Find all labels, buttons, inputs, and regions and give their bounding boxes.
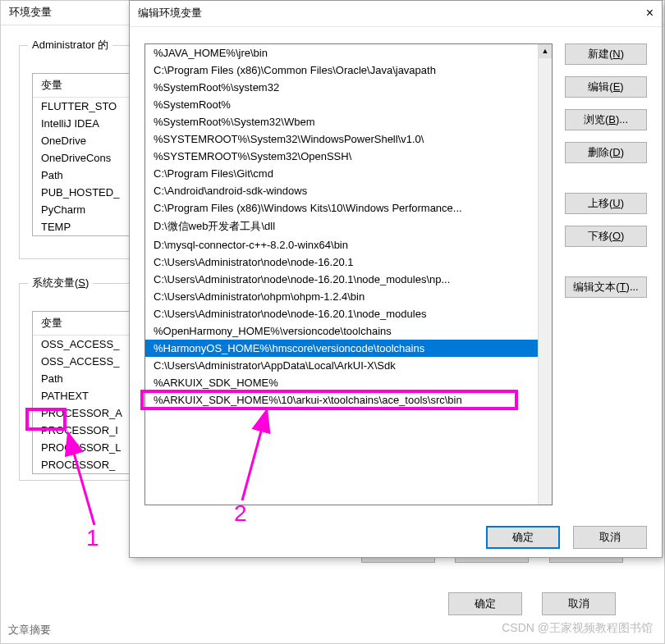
- path-list[interactable]: %JAVA_HOME%\jre\binC:\Program Files (x86…: [144, 43, 553, 505]
- edit-button[interactable]: 编辑(E): [565, 76, 647, 98]
- move-down-button[interactable]: 下移(O): [565, 226, 647, 247]
- close-icon[interactable]: ×: [646, 6, 654, 21]
- delete-button[interactable]: 删除(D): [565, 142, 647, 163]
- back-dialog-buttons: 确定 取消: [432, 592, 616, 615]
- cancel-button[interactable]: 取消: [573, 526, 647, 549]
- scrollbar[interactable]: ▲: [538, 44, 552, 505]
- path-item[interactable]: D:\微信web开发者工具\dll: [145, 217, 552, 236]
- path-item[interactable]: C:\Users\Administrator\node\node-16.20.1…: [145, 305, 552, 322]
- front-body: %JAVA_HOME%\jre\binC:\Program Files (x86…: [130, 27, 662, 518]
- front-titlebar: 编辑环境变量 ×: [130, 1, 662, 27]
- front-dialog-title: 编辑环境变量: [138, 6, 202, 21]
- path-item[interactable]: %HarmonyOS_HOME%\hmscore\versioncode\too…: [145, 340, 552, 357]
- system-vars-label: 系统变量(S): [28, 276, 93, 290]
- browse-button[interactable]: 浏览(B)...: [565, 109, 647, 130]
- watermark: CSDN @王家视频教程图书馆: [502, 621, 653, 636]
- scroll-up-icon[interactable]: ▲: [539, 44, 552, 58]
- path-item[interactable]: C:\Users\Administrator\node\node-16.20.1: [145, 253, 552, 271]
- path-item[interactable]: C:\Users\Administrator\node\node-16.20.1…: [145, 271, 552, 288]
- front-footer: 确定 取消: [130, 518, 662, 557]
- path-item[interactable]: %ARKUIX_SDK_HOME%: [145, 374, 552, 391]
- side-buttons: 新建(N) 编辑(E) 浏览(B)... 删除(D) 上移(U) 下移(O) 编…: [553, 43, 647, 505]
- path-item[interactable]: C:\Program Files (x86)\Common Files\Orac…: [145, 62, 552, 79]
- move-up-button[interactable]: 上移(U): [565, 193, 647, 214]
- path-item[interactable]: C:\Android\android-sdk-windows: [145, 182, 552, 199]
- footer-text: 文章摘要: [8, 623, 51, 637]
- user-vars-label: Administrator 的: [28, 38, 112, 53]
- edit-text-button[interactable]: 编辑文本(T)...: [565, 276, 647, 298]
- path-item[interactable]: C:\Users\Administrator\AppData\Local\Ark…: [145, 357, 552, 374]
- path-item[interactable]: %JAVA_HOME%\jre\bin: [145, 44, 552, 62]
- annotation-label-1: 1: [86, 525, 99, 551]
- back-ok-button[interactable]: 确定: [448, 592, 522, 615]
- path-item[interactable]: %SystemRoot%: [145, 96, 552, 113]
- annotation-label-2: 2: [234, 500, 247, 527]
- path-item[interactable]: %SystemRoot%\system32: [145, 79, 552, 96]
- path-item[interactable]: C:\Program Files\Git\cmd: [145, 165, 552, 182]
- path-item[interactable]: %ARKUIX_SDK_HOME%\10\arkui-x\toolchains\…: [145, 391, 552, 409]
- path-item[interactable]: C:\Users\Administrator\ohpm\ohpm-1.2.4\b…: [145, 288, 552, 305]
- ok-button[interactable]: 确定: [486, 526, 560, 549]
- path-item[interactable]: %SystemRoot%\System32\Wbem: [145, 113, 552, 130]
- path-item[interactable]: %SYSTEMROOT%\System32\OpenSSH\: [145, 148, 552, 165]
- path-item[interactable]: D:\mysql-connector-c++-8.2.0-winx64\bin: [145, 236, 552, 253]
- path-item[interactable]: %OpenHarmony_HOME%\versioncode\toolchain…: [145, 322, 552, 340]
- path-item[interactable]: C:\Program Files (x86)\Windows Kits\10\W…: [145, 199, 552, 217]
- new-button[interactable]: 新建(N): [565, 43, 647, 65]
- path-item[interactable]: %SYSTEMROOT%\System32\WindowsPowerShell\…: [145, 130, 552, 148]
- back-cancel-button[interactable]: 取消: [542, 592, 616, 615]
- edit-env-var-dialog: 编辑环境变量 × %JAVA_HOME%\jre\binC:\Program F…: [129, 0, 663, 558]
